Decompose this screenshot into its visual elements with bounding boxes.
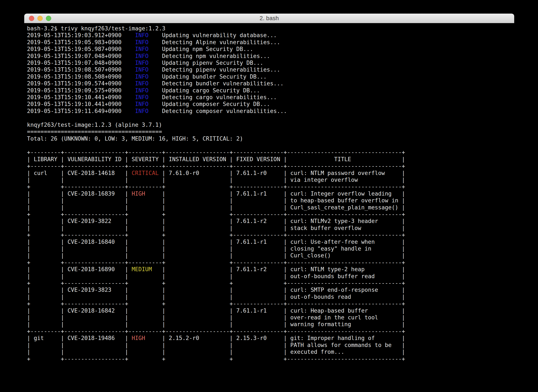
table-row: | | | | | | out-of-bounds buffer read | — [27, 273, 514, 280]
log-level: INFO — [135, 53, 149, 59]
log-level: INFO — [135, 46, 149, 52]
table-row: | | | | | | stack buffer overflow | — [27, 225, 514, 231]
table-border: + +------------------+ + + +------------… — [27, 355, 514, 362]
table-border: + +------------------+----------+ +-----… — [27, 183, 514, 190]
table-border: + +------------------+ + +--------------… — [27, 300, 514, 307]
table-row: | | | | | | Curl_sasl_create_plain_messa… — [27, 204, 514, 211]
table-border: +---------+------------------+----------… — [27, 328, 514, 335]
table-border: + +------------------+ + +--------------… — [27, 211, 514, 218]
table-row: | | | | | | to heap-based buffer overflo… — [27, 197, 514, 204]
blank-line — [27, 114, 514, 121]
severity-value: HIGH — [128, 190, 162, 197]
terminal-window: 2. bash bash-3.2$ trivy knqyf263/test-im… — [24, 14, 514, 383]
table-row: | | CVE-2018-16842 | | | 7.61.1-r1 | cur… — [27, 307, 514, 314]
log-line: 2019-05-13T15:19:10.441+0900 INFO Detect… — [27, 94, 514, 101]
table-row: | | | | | | closing "easy" handle in | — [27, 245, 514, 252]
table-row: | curl | CVE-2018-14618 | CRITICAL | 7.6… — [27, 170, 514, 177]
table-border: + +------------------+ + + +------------… — [27, 280, 514, 286]
log-level: INFO — [135, 87, 149, 94]
table-row: | | | | | | Curl_close() | — [27, 252, 514, 259]
log-level: INFO — [135, 39, 149, 46]
log-line: 2019-05-13T15:19:05.983+0900 INFO Detect… — [27, 39, 514, 46]
table-row: | | | | | | executed from... | — [27, 349, 514, 355]
table-border: + +------------------+----------+ +-----… — [27, 259, 514, 266]
log-level: INFO — [135, 108, 149, 114]
table-row: | | CVE-2018-16840 | | | 7.61.1-r1 | cur… — [27, 238, 514, 245]
prompt-line: bash-3.2$ trivy knqyf263/test-image:1.2.… — [27, 25, 514, 32]
table-row: | | | | | | out-of-bounds read | — [27, 294, 514, 300]
table-border: + +------------------+ + +--------------… — [27, 231, 514, 238]
table-border: +---------+------------------+----------… — [27, 163, 514, 169]
log-line: 2019-05-13T15:19:05.987+0900 INFO Updati… — [27, 46, 514, 52]
log-level: INFO — [135, 32, 149, 38]
zoom-button[interactable] — [46, 16, 51, 21]
table-row: | | | | | | PATH allows for commands to … — [27, 342, 514, 349]
table-row: | | | | | | via integer overflow | — [27, 177, 514, 183]
table-header: | LIBRARY | VULNERABILITY ID | SEVERITY … — [27, 156, 514, 163]
table-row: | | | | | | warning formatting | — [27, 321, 514, 328]
table-row: | | | | | | over-read in the curl tool | — [27, 314, 514, 321]
log-line: 2019-05-13T15:19:11.649+0900 INFO Detect… — [27, 108, 514, 114]
blank-line — [27, 142, 514, 149]
window-title: 2. bash — [260, 15, 279, 22]
title-bar[interactable]: 2. bash — [24, 14, 514, 23]
log-level: INFO — [135, 101, 149, 107]
log-level: INFO — [135, 60, 149, 66]
scan-summary: Total: 26 (UNKNOWN: 0, LOW: 3, MEDIUM: 1… — [27, 135, 514, 142]
table-row: | | CVE-2018-16839 | HIGH | | 7.61.1-r1 … — [27, 190, 514, 197]
table-row: | | CVE-2018-16890 | MEDIUM | | 7.61.1-r… — [27, 266, 514, 273]
desktop-background: 2. bash bash-3.2$ trivy knqyf263/test-im… — [0, 0, 538, 392]
log-line: 2019-05-13T15:19:08.507+0900 INFO Detect… — [27, 66, 514, 73]
table-row: | | CVE-2019-3823 | | | | curl: SMTP end… — [27, 286, 514, 293]
log-line: 2019-05-13T15:19:07.048+0900 INFO Updati… — [27, 60, 514, 66]
traffic-lights — [29, 14, 51, 23]
log-line: 2019-05-13T15:19:08.508+0900 INFO Updati… — [27, 73, 514, 80]
log-level: INFO — [135, 66, 149, 73]
close-button[interactable] — [29, 16, 34, 21]
terminal-output[interactable]: bash-3.2$ trivy knqyf263/test-image:1.2.… — [24, 23, 514, 383]
log-line: 2019-05-13T15:19:09.574+0900 INFO Detect… — [27, 80, 514, 87]
severity-value: HIGH — [128, 335, 162, 341]
table-row: | git | CVE-2018-19486 | HIGH | 2.15.2-r… — [27, 335, 514, 341]
log-level: INFO — [135, 94, 149, 100]
severity-value: MEDIUM — [128, 266, 162, 272]
log-line: 2019-05-13T15:19:09.575+0900 INFO Updati… — [27, 87, 514, 94]
table-border: +---------+------------------+----------… — [27, 149, 514, 156]
minimize-button[interactable] — [38, 16, 43, 21]
log-line: 2019-05-13T15:19:03.912+0900 INFO Updati… — [27, 32, 514, 39]
scan-target: knqyf263/test-image:1.2.3 (alpine 3.7.1) — [27, 121, 514, 128]
log-level: INFO — [135, 80, 149, 87]
log-line: 2019-05-13T15:19:07.048+0900 INFO Detect… — [27, 53, 514, 60]
table-row: | | CVE-2019-3822 | | | 7.61.1-r2 | curl… — [27, 218, 514, 224]
severity-value: CRITICAL — [128, 170, 162, 176]
scan-underline: ======================================== — [27, 128, 514, 135]
log-line: 2019-05-13T15:19:10.441+0900 INFO Updati… — [27, 101, 514, 107]
log-level: INFO — [135, 73, 149, 80]
